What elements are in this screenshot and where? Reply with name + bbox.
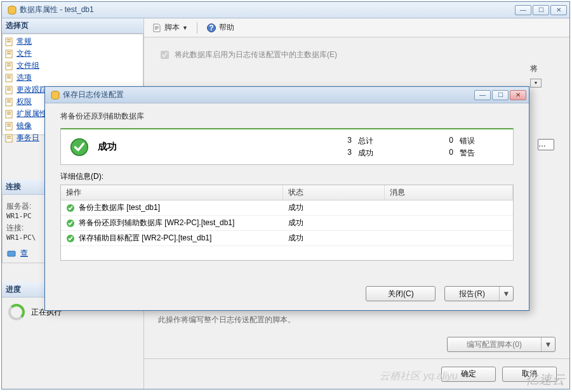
cancel-button[interactable]: 取消 [502, 367, 557, 382]
toolbar-separator [197, 22, 197, 34]
window-title: 数据库属性 - test_db1 [20, 4, 515, 15]
page-item-label: 扩展属性 [17, 108, 47, 119]
dialog-title: 保存日志传送配置 [63, 89, 474, 100]
write-script-button[interactable]: 编写配置脚本(0) ▼ [447, 337, 555, 352]
script-dropdown[interactable]: 脚本 ▼ [149, 21, 190, 34]
browse-button[interactable]: … [538, 139, 554, 150]
connection-icon [6, 249, 17, 259]
chevron-down-icon[interactable]: ▼ [499, 287, 513, 301]
enable-logshipping-label: 将此数据库启用为日志传送配置中的主数据库(E) [175, 49, 337, 60]
partial-side-text: 将 ▾ [530, 63, 555, 88]
svg-rect-8 [7, 63, 11, 65]
page-icon [5, 98, 14, 107]
ok-button[interactable]: 确定 [441, 367, 496, 382]
row-status-text: 成功 [288, 218, 303, 228]
toolbar: 脚本 ▼ ? 帮助 [144, 18, 569, 37]
page-item-label: 文件 [17, 48, 32, 59]
success-label: 成功 [358, 148, 409, 159]
dialog-maximize-button[interactable]: ☐ [492, 90, 509, 100]
minimize-button[interactable]: — [515, 5, 531, 15]
page-item-label: 选项 [17, 72, 32, 83]
row-status-text: 成功 [288, 202, 303, 213]
warn-count: 0 [415, 148, 453, 159]
svg-rect-6 [7, 53, 11, 55]
script-label: 脚本 [164, 22, 180, 33]
enable-logshipping-input[interactable] [161, 51, 169, 59]
report-label: 报告(R) [445, 287, 499, 301]
details-table: 操作 状态 消息 备份主数据库 [test_db1] 成功 将备份还原到辅助数据… [60, 185, 514, 261]
svg-rect-21 [7, 114, 11, 115]
chevron-down-icon[interactable]: ▼ [541, 337, 555, 351]
help-icon: ? [206, 23, 216, 33]
warn-label: 警告 [460, 148, 498, 159]
table-row[interactable]: 保存辅助目标配置 [WR2-PC].[test_db1] 成功 [61, 231, 513, 246]
page-icon [5, 62, 14, 70]
row-status-text: 成功 [288, 233, 303, 244]
svg-rect-9 [7, 65, 11, 67]
svg-rect-14 [7, 88, 11, 89]
page-icon [5, 86, 14, 95]
chevron-down-icon: ▼ [182, 25, 188, 31]
svg-rect-18 [7, 101, 11, 103]
enable-logshipping-checkbox[interactable]: 将此数据库启用为日志传送配置中的主数据库(E) [158, 49, 555, 61]
svg-rect-20 [7, 112, 11, 113]
table-row[interactable]: 备份主数据库 [test_db1] 成功 [61, 200, 513, 216]
maximize-button[interactable]: ☐ [533, 5, 549, 15]
status-title: 成功 [98, 141, 212, 153]
svg-rect-24 [7, 126, 11, 127]
success-icon [70, 138, 89, 157]
script-icon [152, 23, 162, 33]
sidebar-page-item[interactable]: 文件组 [4, 60, 142, 72]
restore-label: 将备份还原到辅助数据库 [60, 111, 514, 122]
database-icon [50, 90, 60, 100]
hint-text: 此操作将编写整个日志传送配置的脚本。 [158, 315, 555, 325]
page-item-label: 权限 [17, 96, 32, 107]
col-status[interactable]: 状态 [283, 185, 385, 200]
report-button[interactable]: 报告(R) ▼ [444, 286, 514, 301]
dialog-close-button[interactable]: ✕ [510, 90, 526, 100]
page-item-label: 事务日 [17, 133, 39, 143]
svg-rect-23 [7, 124, 11, 125]
dialog-minimize-button[interactable]: — [474, 90, 491, 100]
write-script-label: 编写配置脚本(0) [448, 337, 541, 351]
sidebar-page-item[interactable]: 常规 [4, 36, 142, 48]
svg-rect-15 [7, 89, 11, 91]
svg-text:?: ? [209, 23, 213, 32]
save-logshipping-dialog: 保存日志传送配置 — ☐ ✕ 将备份还原到辅助数据库 成功 3 总计 0 错误 … [44, 86, 529, 311]
table-row[interactable]: 将备份还原到辅助数据库 [WR2-PC].[test_db1] 成功 [61, 216, 513, 231]
page-icon [5, 37, 14, 46]
select-page-header: 选择页 [2, 18, 143, 34]
row-op-text: 将备份还原到辅助数据库 [WR2-PC].[test_db1] [79, 218, 234, 228]
col-operation[interactable]: 操作 [61, 185, 283, 200]
spin-down-icon[interactable]: ▾ [530, 79, 542, 88]
page-icon [5, 74, 14, 82]
col-message[interactable]: 消息 [385, 185, 513, 200]
svg-rect-17 [7, 100, 11, 101]
table-header: 操作 状态 消息 [61, 185, 513, 200]
success-icon [66, 204, 75, 212]
page-item-label: 更改跟踪 [17, 84, 47, 95]
sidebar-page-item[interactable]: 选项 [4, 72, 142, 84]
page-item-label: 镜像 [17, 121, 32, 131]
page-icon [5, 49, 14, 58]
help-button[interactable]: ? 帮助 [204, 21, 237, 34]
svg-rect-11 [7, 75, 11, 77]
main-titlebar: 数据库属性 - test_db1 — ☐ ✕ [2, 2, 569, 18]
svg-rect-5 [7, 51, 11, 53]
status-summary: 成功 3 总计 0 错误 3 成功 0 警告 [60, 128, 514, 165]
dialog-titlebar: 保存日志传送配置 — ☐ ✕ [45, 87, 529, 103]
page-icon [5, 134, 14, 143]
dialog-close-btn[interactable]: 关闭(C) [366, 286, 436, 301]
row-op-text: 保存辅助目标配置 [WR2-PC].[test_db1] [79, 233, 211, 244]
sidebar-page-item[interactable]: 文件 [4, 48, 142, 60]
details-label: 详细信息(D): [60, 171, 514, 182]
success-icon [66, 219, 75, 228]
error-label: 错误 [460, 136, 498, 147]
svg-rect-2 [7, 39, 11, 41]
page-item-label: 常规 [17, 36, 32, 47]
svg-rect-12 [7, 77, 11, 79]
main-close-button[interactable]: ✕ [550, 5, 567, 15]
help-label: 帮助 [219, 22, 234, 33]
page-item-label: 文件组 [17, 60, 39, 71]
success-count: 3 [326, 148, 352, 159]
